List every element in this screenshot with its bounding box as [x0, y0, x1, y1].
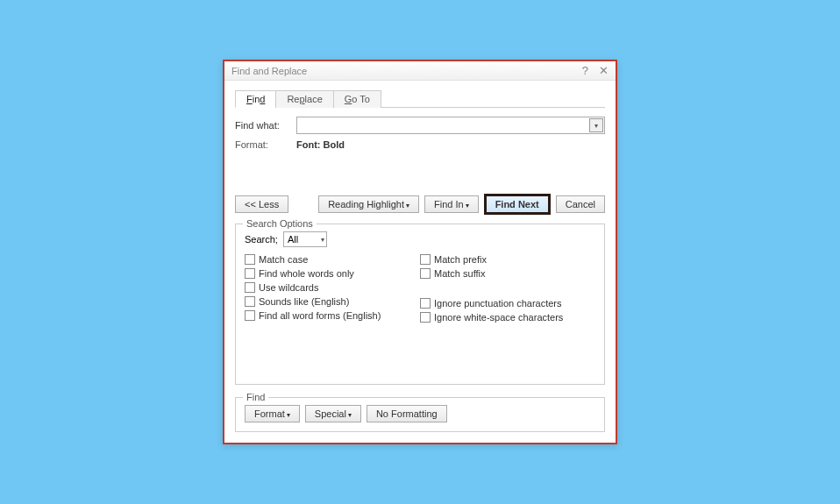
checkbox-sounds-like[interactable]: Sounds like (English) — [245, 296, 420, 307]
help-icon[interactable]: ? — [582, 65, 588, 76]
checkbox-label: Ignore white-space characters — [434, 312, 563, 323]
tabs: Find Replace Go To — [235, 89, 605, 108]
format-label: Format: — [235, 139, 296, 150]
find-legend: Find — [243, 392, 268, 402]
no-formatting-button[interactable]: No Formatting — [367, 405, 447, 422]
search-direction-row: Search; All ▾ — [245, 231, 595, 247]
search-direction-value: All — [288, 234, 298, 245]
find-in-button[interactable]: Find In▾ — [424, 195, 479, 213]
options-right-col: Match prefix Match suffix Ignore punctua… — [420, 254, 595, 323]
checkbox-box — [245, 310, 255, 321]
checkbox-label: Find all word forms (English) — [259, 310, 381, 321]
tab-goto[interactable]: Go To — [333, 90, 381, 108]
checkbox-box — [245, 268, 255, 279]
find-what-input[interactable]: ▾ — [296, 117, 605, 134]
search-options-legend: Search Options — [243, 218, 317, 229]
format-row: Format: Font: Bold — [235, 139, 605, 150]
checkbox-label: Match prefix — [434, 254, 487, 265]
checkbox-label: Match case — [259, 254, 308, 265]
caret-down-icon: ▾ — [287, 411, 290, 419]
checkbox-whole-words[interactable]: Find whole words only — [245, 268, 420, 279]
checkbox-match-prefix[interactable]: Match prefix — [420, 254, 595, 265]
checkbox-wildcards[interactable]: Use wildcards — [245, 282, 420, 293]
search-direction-select[interactable]: All ▾ — [283, 231, 327, 247]
close-icon[interactable]: ✕ — [599, 65, 609, 76]
find-format-row: Format▾ Special▾ No Formatting — [245, 405, 595, 422]
search-options-group: Search Options Search; All ▾ Match case — [235, 224, 605, 385]
checkbox-box — [420, 312, 431, 323]
titlebar-controls: ? ✕ — [582, 65, 609, 76]
options-grid: Match case Find whole words only Use wil… — [245, 254, 595, 323]
cancel-button[interactable]: Cancel — [556, 195, 605, 213]
caret-down-icon: ▾ — [348, 411, 352, 419]
checkbox-word-forms[interactable]: Find all word forms (English) — [245, 310, 420, 321]
checkbox-box — [420, 298, 431, 309]
checkbox-box — [420, 268, 431, 279]
checkbox-label: Sounds like (English) — [259, 296, 349, 307]
caret-down-icon: ▾ — [466, 202, 469, 209]
format-button[interactable]: Format▾ — [245, 405, 300, 422]
dialog-title: Find and Replace — [231, 66, 307, 76]
find-what-row: Find what: ▾ — [235, 117, 605, 134]
options-left-col: Match case Find whole words only Use wil… — [245, 254, 420, 323]
checkbox-box — [245, 296, 255, 307]
caret-down-icon: ▾ — [406, 202, 409, 209]
main-button-row: << Less Reading Highlight▾ Find In▾ Find… — [235, 194, 605, 215]
chevron-down-icon[interactable]: ▾ — [589, 118, 603, 132]
find-replace-dialog: Find and Replace ? ✕ Find Replace Go To … — [223, 60, 617, 444]
special-button[interactable]: Special▾ — [305, 405, 361, 422]
checkbox-match-suffix[interactable]: Match suffix — [420, 268, 595, 279]
format-value: Font: Bold — [296, 139, 345, 150]
find-format-group: Find Format▾ Special▾ No Formatting — [235, 397, 605, 432]
checkbox-label: Match suffix — [434, 268, 486, 279]
checkbox-match-case[interactable]: Match case — [245, 254, 420, 265]
find-what-label: Find what: — [235, 120, 296, 131]
reading-highlight-button[interactable]: Reading Highlight▾ — [318, 195, 419, 213]
checkbox-box — [420, 254, 431, 265]
checkbox-box — [245, 282, 255, 293]
checkbox-ignore-punct[interactable]: Ignore punctuation characters — [420, 298, 595, 309]
dialog-content: Find Replace Go To Find what: ▾ Format: … — [224, 81, 616, 443]
checkbox-box — [245, 254, 255, 265]
tab-replace[interactable]: Replace — [275, 90, 333, 108]
checkbox-label: Find whole words only — [259, 268, 354, 279]
less-button[interactable]: << Less — [235, 195, 288, 213]
checkbox-label: Use wildcards — [259, 282, 318, 293]
checkbox-label: Ignore punctuation characters — [434, 298, 562, 309]
titlebar: Find and Replace ? ✕ — [224, 61, 616, 81]
search-direction-label: Search; — [245, 234, 278, 245]
checkbox-ignore-whitespace[interactable]: Ignore white-space characters — [420, 312, 595, 323]
tab-find[interactable]: Find — [235, 90, 276, 108]
find-next-button[interactable]: Find Next — [484, 194, 551, 215]
chevron-down-icon: ▾ — [321, 236, 324, 244]
